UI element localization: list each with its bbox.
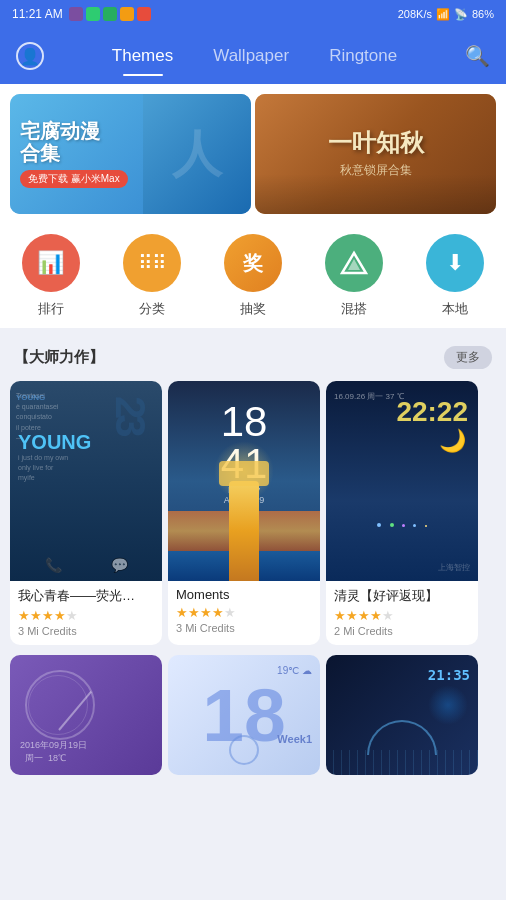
status-time: 11:21 AM bbox=[12, 7, 63, 21]
tab-ringtone[interactable]: Ringtone bbox=[309, 38, 417, 74]
category-local-icon: ⬇ bbox=[426, 234, 484, 292]
theme-info-1: 我心青春——荧光… ★★★★★ 3 Mi Credits bbox=[10, 581, 162, 645]
status-bar: 11:21 AM 208K/s 📶 📡 86% bbox=[0, 0, 506, 28]
category-ranking-icon: 📊 bbox=[22, 234, 80, 292]
theme-stars-3: ★★★★★ bbox=[334, 608, 470, 623]
category-browse-label: 分类 bbox=[139, 300, 165, 318]
sci-time: 21:35 bbox=[428, 667, 470, 683]
banner-section: 宅腐动漫合集 免费下载 赢小米Max 人 一叶知秋 秋意锁屏合集 bbox=[0, 84, 506, 220]
spirit-date: 16.09.26 周一 37 ℃ bbox=[334, 391, 404, 402]
category-mix-icon bbox=[325, 234, 383, 292]
theme-preview-young: Trentaseiè quarantaseiconquistatoil pote… bbox=[10, 381, 162, 581]
tab-bar: 👤 Themes Wallpaper Ringtone 🔍 bbox=[0, 28, 506, 84]
category-browse[interactable]: ⠿⠿ 分类 bbox=[123, 234, 181, 318]
sci-glow bbox=[428, 685, 468, 725]
tab-bar-left: 👤 bbox=[16, 42, 44, 70]
battery-level: 86% bbox=[472, 8, 494, 20]
category-mix-label: 混搭 bbox=[341, 300, 367, 318]
category-lucky[interactable]: 奖 抽奖 bbox=[224, 234, 282, 318]
category-lucky-label: 抽奖 bbox=[240, 300, 266, 318]
theme-stars-2: ★★★★★ bbox=[176, 605, 312, 620]
user-avatar[interactable]: 👤 bbox=[16, 42, 44, 70]
wifi-icon: 📶 bbox=[436, 8, 450, 21]
banner-anime-badge: 免费下载 赢小米Max bbox=[20, 170, 128, 188]
bottom-grid: 2016年09月19日 周一 18℃ 18 19℃ ☁ Week1 21:35 bbox=[0, 655, 506, 785]
category-mix[interactable]: 混搭 bbox=[325, 234, 383, 318]
search-button[interactable]: 🔍 bbox=[465, 44, 490, 68]
theme-price-1: 3 Mi Credits bbox=[18, 625, 154, 637]
moments-lighthouse bbox=[229, 481, 259, 581]
theme-price-3: 2 Mi Credits bbox=[334, 625, 470, 637]
tab-themes[interactable]: Themes bbox=[92, 38, 193, 74]
young-text: YOUNG bbox=[18, 431, 91, 454]
app-icon-1 bbox=[69, 7, 83, 21]
bottom-card-3[interactable]: 21:35 bbox=[326, 655, 478, 775]
tab-bar-center: Themes Wallpaper Ringtone bbox=[44, 38, 465, 74]
year-text: 23 bbox=[106, 396, 154, 433]
theme-preview-spirit: 16.09.26 周一 37 ℃ 22:22 🌙 上海智控 bbox=[326, 381, 478, 581]
category-ranking-label: 排行 bbox=[38, 300, 64, 318]
theme-grid-row1: Trentaseiè quarantaseiconquistatoil pote… bbox=[0, 375, 506, 655]
category-section: 📊 排行 ⠿⠿ 分类 奖 抽奖 混搭 bbox=[0, 220, 506, 328]
theme-preview-moments: 1841 MondayAugust 29 bbox=[168, 381, 320, 581]
theme-info-2: Moments ★★★★★ 3 Mi Credits bbox=[168, 581, 320, 642]
theme-stars-1: ★★★★★ bbox=[18, 608, 154, 623]
theme-name-2: Moments bbox=[176, 587, 312, 602]
spirit-dots bbox=[326, 513, 478, 531]
card1-date: 2016年09月19日 周一 18℃ bbox=[20, 739, 87, 765]
category-local-label: 本地 bbox=[442, 300, 468, 318]
temp-display: 19℃ ☁ bbox=[277, 665, 312, 676]
theme-card-young[interactable]: Trentaseiè quarantaseiconquistatoil pote… bbox=[10, 381, 162, 645]
status-left: 11:21 AM bbox=[12, 7, 151, 21]
sci-lines bbox=[326, 750, 478, 775]
banner-autumn[interactable]: 一叶知秋 秋意锁屏合集 bbox=[255, 94, 496, 214]
theme-name-3: 清灵【好评返现】 bbox=[334, 587, 470, 605]
theme-info-3: 清灵【好评返现】 ★★★★★ 2 Mi Credits bbox=[326, 581, 478, 645]
theme-price-2: 3 Mi Credits bbox=[176, 622, 312, 634]
status-right: 208K/s 📶 📡 86% bbox=[398, 8, 494, 21]
app-icon-2 bbox=[86, 7, 100, 21]
spirit-brand: 上海智控 bbox=[438, 562, 470, 573]
theme-bottom-icons: 📞 💬 bbox=[10, 557, 162, 573]
app-icon-5 bbox=[137, 7, 151, 21]
category-local[interactable]: ⬇ 本地 bbox=[426, 234, 484, 318]
young-top-text: YOUNG bbox=[16, 393, 45, 402]
app-icons bbox=[69, 7, 151, 21]
tab-wallpaper[interactable]: Wallpaper bbox=[193, 38, 309, 74]
app-icon-3 bbox=[103, 7, 117, 21]
bottom-card-1[interactable]: 2016年09月19日 周一 18℃ bbox=[10, 655, 162, 775]
triforce-icon bbox=[340, 249, 368, 277]
week-display: Week1 bbox=[277, 733, 312, 745]
category-browse-icon: ⠿⠿ bbox=[123, 234, 181, 292]
section-header: 【大师力作】 更多 bbox=[0, 336, 506, 375]
bottom-card-2[interactable]: 18 19℃ ☁ Week1 bbox=[168, 655, 320, 775]
category-lucky-icon: 奖 bbox=[224, 234, 282, 292]
theme-card-moments[interactable]: 1841 MondayAugust 29 Moments ★★★★★ 3 Mi … bbox=[168, 381, 320, 645]
bottom-circle bbox=[229, 735, 259, 765]
app-icon-4 bbox=[120, 7, 134, 21]
banner-anime[interactable]: 宅腐动漫合集 免费下载 赢小米Max 人 bbox=[10, 94, 251, 214]
signal-icon: 📡 bbox=[454, 8, 468, 21]
more-button[interactable]: 更多 bbox=[444, 346, 492, 369]
user-icon: 👤 bbox=[20, 47, 40, 66]
tab-bar-right: 🔍 bbox=[465, 44, 490, 68]
banner-autumn-title: 一叶知秋 bbox=[328, 129, 424, 158]
theme-name-1: 我心青春——荧光… bbox=[18, 587, 154, 605]
theme-card-spirit[interactable]: 16.09.26 周一 37 ℃ 22:22 🌙 上海智控 清灵【好评返现】 ★… bbox=[326, 381, 478, 645]
category-ranking[interactable]: 📊 排行 bbox=[22, 234, 80, 318]
section-title: 【大师力作】 bbox=[14, 348, 104, 367]
spirit-time: 22:22 bbox=[396, 396, 468, 428]
banner-anime-title: 宅腐动漫合集 bbox=[20, 120, 145, 164]
young-subtitle: i just do my ownonly live formyife bbox=[18, 453, 68, 482]
network-speed: 208K/s bbox=[398, 8, 432, 20]
spirit-moon: 🌙 bbox=[439, 428, 466, 454]
main-content: 宅腐动漫合集 免费下载 赢小米Max 人 一叶知秋 秋意锁屏合集 📊 排行 bbox=[0, 84, 506, 900]
